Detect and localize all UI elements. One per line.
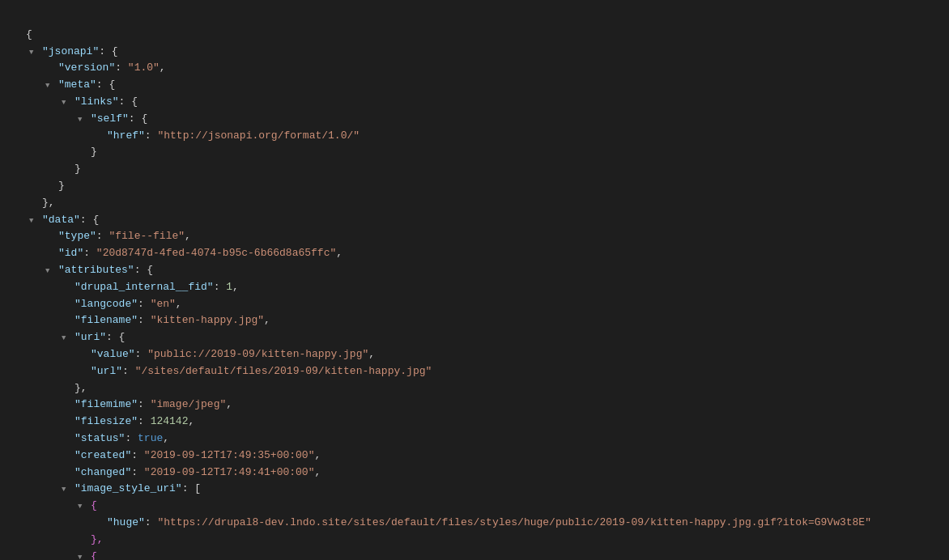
line-content: "data": { [42, 212, 936, 229]
toggle-icon[interactable] [29, 212, 39, 229]
toggle-icon[interactable] [78, 498, 87, 515]
line-content: "filesize": 124142, [74, 414, 936, 431]
punct-text: , [226, 398, 232, 410]
key-text: "value" [91, 348, 135, 360]
toggle-icon[interactable] [62, 94, 71, 111]
line-item: "meta": { [13, 77, 936, 94]
line-content: }, [74, 380, 936, 397]
line-item: }, [13, 195, 936, 212]
string-val-text: "https://drupal8-dev.lndo.site/sites/def… [157, 516, 871, 528]
bool-val-text: true [138, 432, 163, 444]
key-text: "attributes" [58, 264, 134, 276]
key-text: "self" [91, 112, 129, 125]
line-item: "links": { [13, 94, 936, 111]
line-item: { [13, 27, 936, 44]
punct-text: : [138, 398, 151, 410]
punct-text: , [314, 466, 321, 478]
punct-text: }, [42, 197, 55, 209]
line-item: "type": "file--file", [13, 228, 936, 245]
line-content: { [91, 498, 936, 515]
key-text: "data" [42, 214, 80, 226]
json-viewer: {"jsonapi": {"version": "1.0","meta": {"… [13, 10, 936, 560]
string-val-text: "public://2019-09/kitten-happy.jpg" [147, 348, 368, 360]
line-item: } [13, 161, 936, 178]
line-content: "image_style_uri": [ [74, 481, 936, 498]
line-content: }, [42, 195, 936, 212]
key-text: "status" [74, 432, 125, 444]
string-val-text: "en" [151, 298, 176, 310]
string-val-text: "kitten-happy.jpg" [151, 314, 264, 326]
line-content: "meta": { [58, 77, 936, 94]
line-content: { [91, 549, 936, 561]
line-item: "filemime": "image/jpeg", [13, 397, 936, 414]
key-text: "url" [91, 365, 122, 377]
punct-text: , [185, 230, 191, 242]
line-item: { [13, 549, 936, 561]
toggle-icon[interactable] [62, 481, 71, 498]
line-content: "filemime": "image/jpeg", [74, 397, 936, 414]
line-content: "links": { [74, 94, 936, 111]
line-content: "created": "2019-09-12T17:49:35+00:00", [74, 448, 936, 465]
line-content: { [26, 27, 936, 44]
punct-text: : [138, 415, 151, 427]
toggle-icon[interactable] [78, 549, 87, 561]
line-item: "attributes": { [13, 262, 936, 279]
line-item: "value": "public://2019-09/kitten-happy.… [13, 346, 936, 363]
line-content: }, [91, 532, 936, 549]
line-item: "self": { [13, 111, 936, 128]
key-text: "meta" [58, 78, 96, 91]
bracket-2-text: { [91, 499, 97, 511]
punct-text: , [368, 348, 375, 360]
punct-text: : [131, 449, 144, 461]
string-val-text: "2019-09-12T17:49:41+00:00" [144, 466, 315, 478]
line-item: "created": "2019-09-12T17:49:35+00:00", [13, 448, 936, 465]
line-content: } [91, 144, 936, 161]
key-text: "image_style_uri" [74, 482, 182, 494]
toggle-icon[interactable] [29, 44, 39, 61]
key-text: "links" [74, 95, 119, 108]
key-text: "created" [74, 449, 131, 461]
toggle-icon[interactable] [45, 262, 55, 279]
key-text: "uri" [74, 331, 106, 343]
line-item: "langcode": "en", [13, 296, 936, 313]
punct-text: } [74, 163, 81, 175]
line-item: "filesize": 124142, [13, 414, 936, 431]
key-text: "drupal_internal__fid" [74, 281, 214, 293]
punct-text: , [188, 415, 194, 427]
line-item: } [13, 144, 936, 161]
line-item: "id": "20d8747d-4fed-4074-b95c-6b66d8a65… [13, 245, 936, 262]
string-val-text: "1.0" [128, 62, 160, 74]
punct-text: : [145, 516, 158, 528]
punct-text: }, [74, 382, 87, 394]
toggle-icon[interactable] [45, 77, 55, 94]
toggle-icon[interactable] [62, 329, 71, 346]
line-item: "url": "/sites/default/files/2019-09/kit… [13, 363, 936, 380]
punct-text: } [91, 146, 97, 158]
punct-text: : { [134, 264, 153, 276]
line-item: }, [13, 380, 936, 397]
bracket-2-text: }, [91, 533, 104, 545]
toggle-icon[interactable] [78, 111, 87, 128]
line-content: } [74, 161, 936, 178]
punct-text: , [314, 449, 321, 461]
key-text: "href" [107, 129, 145, 142]
line-content: "value": "public://2019-09/kitten-happy.… [91, 346, 936, 363]
line-item: "drupal_internal__fid": 1, [13, 279, 936, 296]
line-item: "jsonapi": { [13, 44, 936, 61]
punct-text: , [160, 62, 166, 74]
punct-text: , [176, 298, 182, 310]
punct-text: : [145, 129, 158, 142]
line-item: }, [13, 532, 936, 549]
line-content: "version": "1.0", [58, 60, 936, 77]
punct-text: , [336, 247, 343, 259]
key-text: "filename" [74, 314, 138, 326]
string-val-text: "2019-09-12T17:49:35+00:00" [144, 449, 315, 461]
line-item: "huge": "https://drupal8-dev.lndo.site/s… [13, 515, 936, 532]
string-val-text: "image/jpeg" [151, 398, 227, 410]
string-val-text: "file--file" [109, 230, 185, 242]
punct-text: , [232, 281, 239, 293]
punct-text: : [138, 298, 151, 310]
punct-text: , [264, 314, 270, 326]
punct-text: : [131, 466, 144, 478]
key-text: "filesize" [74, 415, 138, 427]
